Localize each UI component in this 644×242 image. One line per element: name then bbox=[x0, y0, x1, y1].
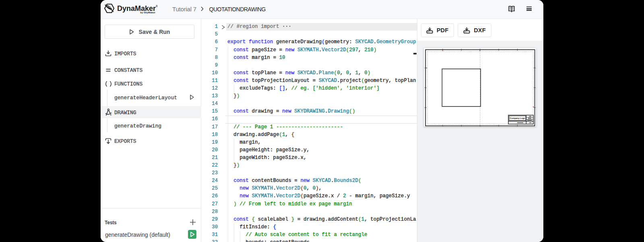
svg-text:Company Logo: Company Logo bbox=[510, 117, 525, 119]
